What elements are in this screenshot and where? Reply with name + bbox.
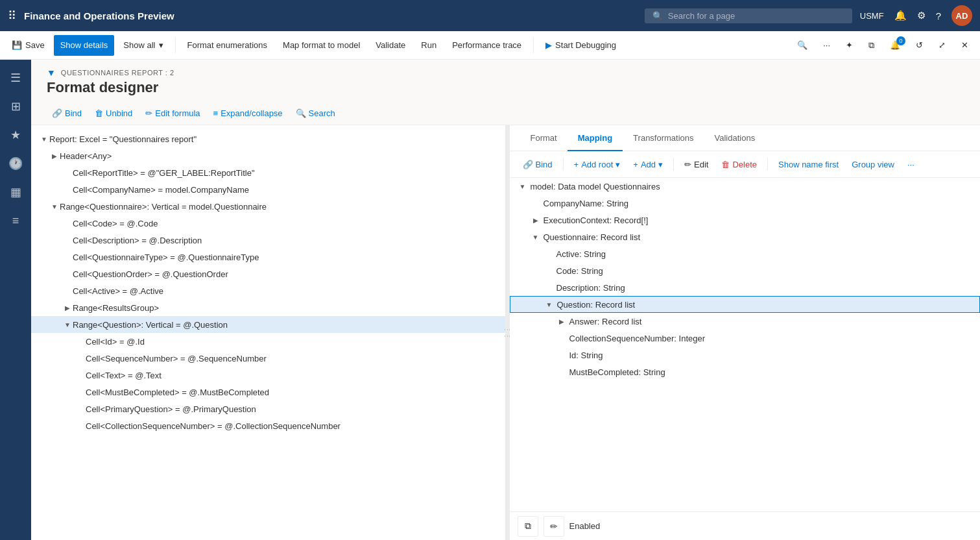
copy-button[interactable]: ⧉	[518, 516, 538, 537]
tree-item-cell-code[interactable]: Cell<Code> = @.Code	[31, 215, 505, 232]
model-item-answer[interactable]: ▶ Answer: Record list	[510, 313, 981, 330]
expand-execution-context[interactable]: ▶	[531, 215, 541, 225]
notification-icon[interactable]: 🔔	[894, 10, 907, 21]
expand-collapse-button[interactable]: ≡ Expand/collapse	[208, 104, 288, 122]
save-button[interactable]: 💾 Save	[5, 35, 51, 56]
tree-item-cell-must-be-completed[interactable]: Cell<MustBeCompleted> = @.MustBeComplete…	[31, 384, 505, 400]
model-item-question[interactable]: ▼ Question: Record list	[510, 296, 981, 313]
collapse-model-root[interactable]: ▼	[518, 181, 528, 191]
user-avatar[interactable]: AD	[951, 5, 972, 26]
map-format-to-model-button[interactable]: Map format to model	[276, 35, 366, 56]
company-selector[interactable]: USMF	[860, 11, 884, 21]
tree-item-cell-collection-sequence-number[interactable]: Cell<CollectionSequenceNumber> = @.Colle…	[31, 417, 505, 434]
add-icon: +	[633, 160, 638, 169]
bottom-bar: ⧉ ✏ Enabled	[510, 511, 981, 540]
close-button[interactable]: ✕	[955, 35, 975, 56]
show-all-button[interactable]: Show all ▾	[117, 35, 169, 56]
tree-item-range-results-group[interactable]: ▶ Range<ResultsGroup>	[31, 299, 505, 316]
model-item-description[interactable]: Description: String	[510, 279, 981, 296]
tree-item-cell-id[interactable]: Cell<Id> = @.Id	[31, 333, 505, 350]
edit-bottom-button[interactable]: ✏	[544, 516, 564, 537]
main-toolbar: 💾 Save Show details Show all ▾ Format en…	[0, 31, 980, 60]
expand-icon-results[interactable]: ▶	[62, 302, 73, 313]
start-debugging-button[interactable]: ▶ Start Debugging	[539, 35, 623, 56]
tab-transformations[interactable]: Transformations	[623, 125, 704, 151]
tree-item-cell-sequence-number[interactable]: Cell<SequenceNumber> = @.SequenceNumber	[31, 350, 505, 367]
performance-trace-button[interactable]: Performance trace	[446, 35, 528, 56]
tree-item-cell-questionnaire-type[interactable]: Cell<QuestionnaireType> = @.Questionnair…	[31, 249, 505, 265]
model-item-active[interactable]: Active: String	[510, 245, 981, 262]
show-name-first-button[interactable]: Show name first	[773, 155, 844, 173]
global-search[interactable]: 🔍 Search for a page	[645, 8, 852, 23]
tree-item-cell-primary-question[interactable]: Cell<PrimaryQuestion> = @.PrimaryQuestio…	[31, 400, 505, 417]
edit-icon: ✏	[684, 160, 691, 169]
group-view-button[interactable]: Group view	[846, 155, 900, 173]
add-button[interactable]: + Add ▾	[628, 155, 668, 173]
expand-icon: ≡	[213, 108, 219, 118]
tab-mapping[interactable]: Mapping	[568, 125, 623, 151]
tree-item-cell-company-name[interactable]: Cell<CompanyName> = model.CompanyName	[31, 181, 505, 198]
validate-button[interactable]: Validate	[369, 35, 412, 56]
right-sep-1	[563, 158, 564, 171]
collapse-questionnaire[interactable]: ▼	[531, 232, 541, 242]
edit-button[interactable]: ✏ Edit	[679, 155, 713, 173]
format-enumerations-button[interactable]: Format enumerations	[181, 35, 274, 56]
tree-item-cell-text[interactable]: Cell<Text> = @.Text	[31, 367, 505, 384]
tree-item-cell-report-title[interactable]: Cell<ReportTitle> = @"GER_LABEL:ReportTi…	[31, 164, 505, 181]
run-button[interactable]: Run	[414, 35, 443, 56]
model-item-execution-context[interactable]: ▶ ExecutionContext: Record[!]	[510, 212, 981, 228]
expand-icon-header[interactable]: ▶	[49, 151, 60, 161]
edit-formula-button[interactable]: ✏ Edit formula	[140, 104, 205, 122]
tree-item-cell-question-order[interactable]: Cell<QuestionOrder> = @.QuestionOrder	[31, 265, 505, 282]
right-sep-3	[767, 158, 768, 171]
content-area: ▼ QUESTIONNAIRES REPORT : 2 Format desig…	[31, 60, 980, 540]
tree-item-cell-active[interactable]: Cell<Active> = @.Active	[31, 282, 505, 299]
right-bind-button[interactable]: 🔗 Bind	[518, 155, 558, 173]
open-in-new-button[interactable]: ⤢	[932, 35, 952, 56]
collapse-icon-question[interactable]: ▼	[62, 319, 73, 330]
model-item-company-name[interactable]: CompanyName: String	[510, 195, 981, 212]
model-item-collection-seq-num[interactable]: CollectionSequenceNumber: Integer	[510, 330, 981, 347]
unbind-button[interactable]: 🗑 Unbind	[90, 104, 137, 122]
nav-home[interactable]: ⊞	[3, 93, 29, 119]
tab-validations[interactable]: Validations	[704, 125, 766, 151]
model-tree-pane: Format Mapping Transformations Validatio…	[510, 125, 981, 540]
search-icon: 🔍	[652, 11, 663, 21]
tree-item-range-question[interactable]: ▼ Range<Question>: Vertical = @.Question	[31, 316, 505, 333]
hamburger-icon[interactable]: ⠿	[8, 8, 16, 23]
model-tree-container: ▼ model: Data model Questionnaires Compa…	[510, 178, 981, 511]
alerts-button[interactable]: 🔔 0	[883, 35, 907, 56]
search-toolbar-button[interactable]: 🔍	[791, 35, 814, 56]
more-button[interactable]: ···	[817, 35, 837, 56]
delete-button[interactable]: 🗑 Delete	[716, 155, 762, 173]
model-item-root[interactable]: ▼ model: Data model Questionnaires	[510, 178, 981, 195]
collapse-question[interactable]: ▼	[544, 299, 555, 310]
nav-favorites[interactable]: ★	[3, 122, 29, 148]
model-item-code[interactable]: Code: String	[510, 262, 981, 279]
model-item-id[interactable]: Id: String	[510, 347, 981, 363]
pin-button[interactable]: ✦	[839, 35, 859, 56]
tree-item-range-questionnaire[interactable]: ▼ Range<Questionnaire>: Vertical = model…	[31, 198, 505, 215]
search-button[interactable]: 🔍 Search	[291, 104, 341, 122]
collapse-icon-questionnaire[interactable]: ▼	[49, 201, 60, 212]
tree-item-report[interactable]: ▼ Report: Excel = "Questionnaires report…	[31, 130, 505, 147]
settings-icon[interactable]: ⚙	[917, 10, 926, 21]
help-icon[interactable]: ?	[936, 10, 941, 21]
bind-button[interactable]: 🔗 Bind	[47, 104, 87, 122]
refresh-button[interactable]: ↺	[909, 35, 929, 56]
model-item-must-be-completed[interactable]: MustBeCompleted: String	[510, 363, 981, 380]
collapse-icon[interactable]: ▼	[39, 134, 49, 144]
nav-recent[interactable]: 🕐	[3, 151, 29, 177]
nav-workspaces[interactable]: ▦	[3, 179, 29, 205]
add-root-button[interactable]: + Add root ▾	[569, 155, 626, 173]
tree-item-header[interactable]: ▶ Header<Any>	[31, 147, 505, 164]
nav-hamburger[interactable]: ☰	[3, 65, 29, 91]
tab-format[interactable]: Format	[520, 125, 568, 151]
nav-modules[interactable]: ≡	[3, 208, 29, 234]
tree-item-cell-description[interactable]: Cell<Description> = @.Description	[31, 232, 505, 249]
filter-button[interactable]: ⧉	[862, 35, 881, 56]
expand-answer[interactable]: ▶	[556, 316, 567, 326]
model-item-questionnaire[interactable]: ▼ Questionnaire: Record list	[510, 228, 981, 245]
right-more-button[interactable]: ···	[902, 155, 920, 173]
show-details-button[interactable]: Show details	[54, 35, 115, 56]
